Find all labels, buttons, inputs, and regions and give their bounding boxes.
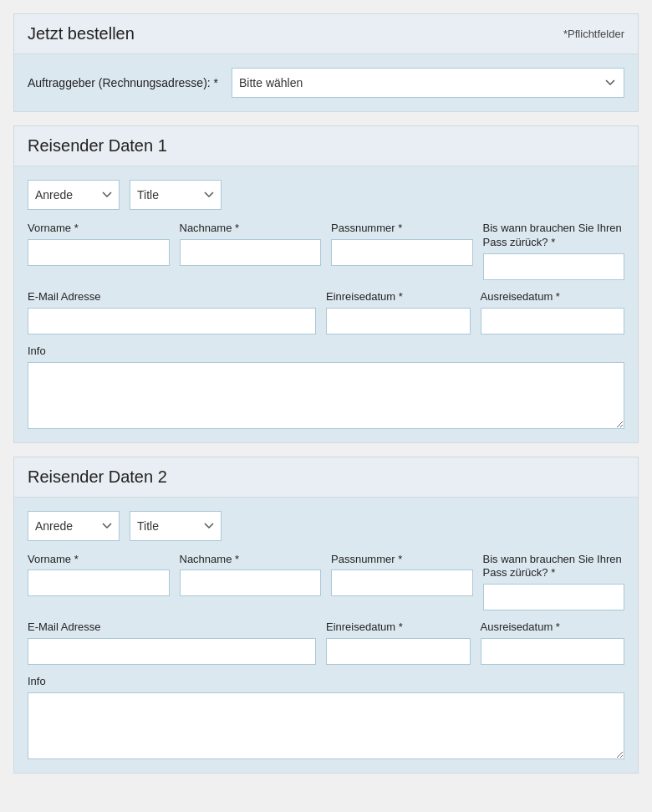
- reisender2-title: Reisender Daten 2: [28, 467, 167, 487]
- reisender2-ausreise-input[interactable]: [481, 638, 625, 665]
- reisender2-info-label: Info: [28, 675, 624, 689]
- reisender2-einreise-group: Einreisedatum *: [326, 620, 471, 665]
- reisender1-info-textarea[interactable]: [28, 362, 624, 429]
- reisender1-body: Anrede Title Vorname * Nachname * Passnu…: [14, 166, 638, 442]
- reisender2-pass-zurueck-input[interactable]: [483, 584, 625, 610]
- reisender2-einreise-label: Einreisedatum *: [326, 620, 471, 635]
- auftraggeber-label: Auftraggeber (Rechnungsadresse): *: [28, 76, 218, 89]
- reisender1-header: Reisender Daten 1: [14, 126, 638, 166]
- reisender2-email-row: E-Mail Adresse Einreisedatum * Ausreised…: [28, 620, 624, 665]
- reisender1-email-label: E-Mail Adresse: [28, 290, 316, 304]
- reisender2-ausreise-group: Ausreisedatum *: [481, 620, 625, 665]
- reisender2-passnummer-label: Passnummer *: [331, 553, 473, 567]
- reisender1-info-group: Info: [28, 345, 624, 429]
- reisender1-email-group: E-Mail Adresse: [28, 290, 316, 335]
- reisender2-anrede-select[interactable]: Anrede: [28, 511, 120, 541]
- reisender1-passnummer-label: Passnummer *: [331, 222, 473, 236]
- reisender2-dropdowns-row: Anrede Title: [28, 511, 624, 541]
- reisender1-pass-zurueck-input[interactable]: [483, 253, 625, 280]
- reisender1-info-label: Info: [28, 345, 624, 359]
- reisender1-pass-zurueck-group: Bis wann brauchen Sie Ihren Pass zürück?…: [483, 222, 625, 280]
- reisender2-nachname-input[interactable]: [180, 569, 322, 596]
- reisender2-title-select[interactable]: Title: [130, 511, 222, 541]
- reisender2-email-input[interactable]: [28, 638, 316, 665]
- reisender1-name-grid: Vorname * Nachname * Passnummer * Bis wa…: [28, 222, 624, 280]
- reisender1-einreise-label: Einreisedatum *: [326, 290, 471, 304]
- reisender1-email-input[interactable]: [28, 308, 316, 335]
- reisender2-pass-zurueck-label: Bis wann brauchen Sie Ihren Pass zürück?…: [483, 553, 625, 581]
- reisender1-ausreise-group: Ausreisedatum *: [481, 290, 625, 335]
- reisender1-einreise-input[interactable]: [326, 308, 471, 335]
- reisender2-vorname-group: Vorname *: [28, 553, 170, 611]
- auftraggeber-row: Auftraggeber (Rechnungsadresse): * Bitte…: [28, 68, 624, 98]
- order-section: Jetzt bestellen *Pflichtfelder Auftragge…: [13, 13, 639, 112]
- reisender2-name-grid: Vorname * Nachname * Passnummer * Bis wa…: [28, 553, 624, 611]
- reisender1-pass-zurueck-label: Bis wann brauchen Sie Ihren Pass zürück?…: [483, 222, 625, 250]
- reisender2-einreise-input[interactable]: [326, 638, 471, 665]
- reisender1-nachname-group: Nachname *: [180, 222, 322, 280]
- reisender1-passnummer-group: Passnummer *: [331, 222, 473, 280]
- reisender1-passnummer-input[interactable]: [331, 239, 473, 266]
- reisender1-title-select[interactable]: Title: [130, 180, 222, 210]
- reisender2-vorname-label: Vorname *: [28, 553, 170, 567]
- reisender2-ausreise-label: Ausreisedatum *: [481, 620, 625, 635]
- auftraggeber-select[interactable]: Bitte wählen: [232, 68, 624, 98]
- reisender2-pass-zurueck-group: Bis wann brauchen Sie Ihren Pass zürück?…: [483, 553, 625, 611]
- reisender2-vorname-input[interactable]: [28, 569, 170, 596]
- reisender1-vorname-group: Vorname *: [28, 222, 170, 280]
- reisender1-vorname-input[interactable]: [28, 239, 170, 266]
- order-header: Jetzt bestellen *Pflichtfelder: [14, 14, 638, 54]
- reisender2-header: Reisender Daten 2: [14, 457, 638, 498]
- reisender2-email-group: E-Mail Adresse: [28, 620, 316, 665]
- reisender1-title: Reisender Daten 1: [28, 136, 167, 156]
- reisender2-info-group: Info: [28, 675, 624, 759]
- reisender1-ausreise-label: Ausreisedatum *: [481, 290, 625, 304]
- reisender2-passnummer-group: Passnummer *: [331, 553, 473, 611]
- reisender1-dropdowns-row: Anrede Title: [28, 180, 624, 210]
- reisender2-section: Reisender Daten 2 Anrede Title Vorname *…: [13, 457, 639, 774]
- reisender2-body: Anrede Title Vorname * Nachname * Passnu…: [14, 498, 638, 774]
- reisender1-nachname-label: Nachname *: [180, 222, 322, 236]
- reisender2-nachname-group: Nachname *: [180, 553, 322, 611]
- order-body: Auftraggeber (Rechnungsadresse): * Bitte…: [14, 54, 638, 111]
- reisender1-nachname-input[interactable]: [180, 239, 322, 266]
- reisender2-email-label: E-Mail Adresse: [28, 620, 316, 635]
- reisender1-email-row: E-Mail Adresse Einreisedatum * Ausreised…: [28, 290, 624, 335]
- required-note: *Pflichtfelder: [563, 28, 624, 40]
- reisender1-vorname-label: Vorname *: [28, 222, 170, 236]
- reisender2-passnummer-input[interactable]: [331, 569, 473, 596]
- reisender1-anrede-select[interactable]: Anrede: [28, 180, 120, 210]
- reisender2-info-textarea[interactable]: [28, 692, 624, 759]
- order-title: Jetzt bestellen: [28, 24, 135, 43]
- reisender1-ausreise-input[interactable]: [481, 308, 625, 335]
- reisender2-nachname-label: Nachname *: [180, 553, 322, 567]
- reisender1-einreise-group: Einreisedatum *: [326, 290, 471, 335]
- reisender1-section: Reisender Daten 1 Anrede Title Vorname *…: [13, 125, 639, 443]
